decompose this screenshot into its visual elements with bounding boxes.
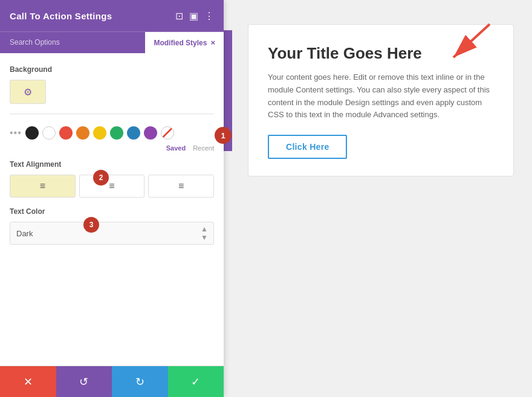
- tab-search-label: Search Options: [10, 38, 60, 47]
- panel-tabs: Search Options Modified Styles ×: [0, 31, 224, 53]
- background-section: Background ⚙: [10, 65, 214, 104]
- dots-ellipsis: •••: [10, 127, 22, 138]
- align-right-button[interactable]: ≡: [148, 175, 214, 198]
- undo-button[interactable]: ↺: [56, 366, 112, 397]
- background-label: Background: [10, 65, 214, 74]
- badge-2: 2: [93, 170, 109, 186]
- preview-cta-button[interactable]: Click Here: [268, 135, 347, 159]
- panel-header-icons: ⊡ ▣ ⋮: [175, 10, 214, 22]
- text-color-label: Text Color: [10, 207, 214, 216]
- color-swatch-orange[interactable]: [76, 126, 89, 140]
- tab-modified-label: Modified Styles: [154, 39, 207, 47]
- settings-panel: Call To Action Settings ⊡ ▣ ⋮ Search Opt…: [0, 0, 224, 397]
- color-swatch-yellow[interactable]: [93, 126, 106, 140]
- text-alignment-section: Text Alignment ≡ ≡ ≡ 2: [10, 160, 214, 198]
- tab-modified-styles[interactable]: Modified Styles ×: [145, 32, 224, 53]
- align-center-button[interactable]: ≡: [79, 175, 145, 198]
- alignment-buttons: ≡ ≡ ≡ 2: [10, 175, 214, 198]
- preview-body: Your content goes here. Edit or remove t…: [268, 71, 494, 121]
- header-icon-1[interactable]: ⊡: [175, 10, 183, 22]
- panel-header: Call To Action Settings ⊡ ▣ ⋮: [0, 0, 224, 31]
- header-icon-dots[interactable]: ⋮: [204, 10, 214, 22]
- color-swatch-black[interactable]: [25, 126, 39, 140]
- panel-title: Call To Action Settings: [10, 11, 112, 21]
- saved-recent-row: Saved Recent: [10, 144, 214, 152]
- color-swatch-blue[interactable]: [127, 126, 140, 140]
- badge-3: 3: [83, 217, 99, 233]
- color-dots-row: •••: [10, 121, 214, 144]
- text-alignment-label: Text Alignment: [10, 160, 214, 169]
- cancel-button[interactable]: ✕: [0, 366, 56, 397]
- text-color-select-wrap: Dark Light ▲▼ 3: [10, 222, 214, 245]
- bg-swatch-row: ⚙: [10, 80, 214, 104]
- color-swatches-section: ••• Saved Recent: [10, 121, 214, 152]
- badge-1: 1: [215, 127, 232, 144]
- text-color-select[interactable]: Dark Light: [10, 222, 214, 245]
- color-swatch-green[interactable]: [110, 126, 123, 140]
- red-arrow-annotation: [435, 18, 496, 69]
- save-button[interactable]: ✓: [168, 366, 224, 397]
- header-icon-2[interactable]: ▣: [189, 10, 198, 22]
- tab-modified-close[interactable]: ×: [210, 38, 215, 47]
- saved-label[interactable]: Saved: [166, 144, 186, 152]
- preview-area: Your Title Goes Here Your content goes h…: [224, 0, 532, 397]
- redo-button[interactable]: ↻: [112, 366, 168, 397]
- panel-content: Background ⚙ ••• S: [0, 53, 224, 366]
- color-swatch-red[interactable]: [59, 126, 73, 140]
- align-left-button[interactable]: ≡: [10, 175, 76, 198]
- text-color-section: Text Color Dark Light ▲▼ 3: [10, 207, 214, 245]
- action-bar: ✕ ↺ ↻ ✓: [0, 366, 224, 397]
- divider-1: [10, 114, 214, 114]
- red-arrow-icon: [435, 18, 496, 66]
- gear-icon: ⚙: [24, 86, 32, 98]
- color-swatch-white[interactable]: [42, 126, 56, 140]
- recent-label[interactable]: Recent: [193, 144, 214, 152]
- color-swatch-none[interactable]: [161, 126, 174, 140]
- color-swatch-purple[interactable]: [144, 126, 157, 140]
- background-swatch[interactable]: ⚙: [10, 80, 46, 104]
- svg-line-1: [453, 24, 490, 57]
- tab-search-options[interactable]: Search Options: [0, 32, 145, 53]
